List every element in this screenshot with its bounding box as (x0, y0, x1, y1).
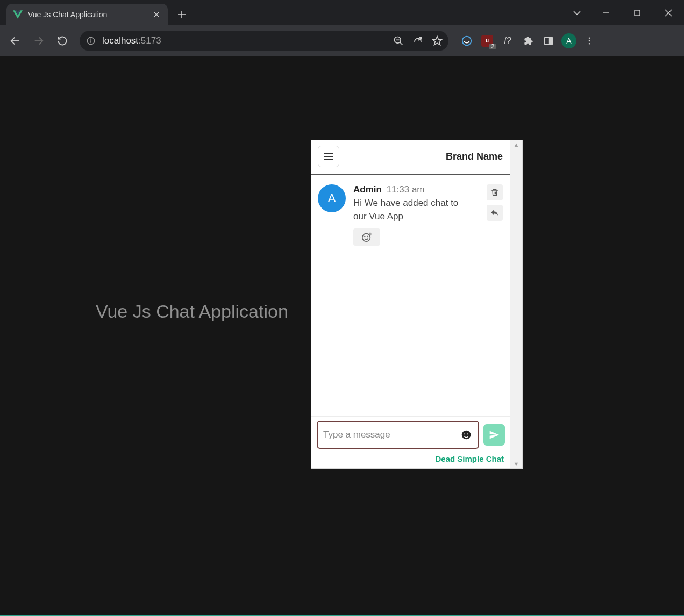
zoom-out-icon[interactable] (393, 35, 404, 47)
chat-message: A Admin 11:33 am Hi We have added chat t… (318, 184, 503, 246)
scroll-up-icon[interactable]: ▲ (514, 141, 519, 148)
chat-messages: A Admin 11:33 am Hi We have added chat t… (311, 175, 510, 416)
delete-message-button[interactable] (487, 184, 503, 200)
close-window-button[interactable] (653, 0, 684, 25)
menu-dots-icon[interactable] (582, 33, 597, 48)
ublock-icon[interactable]: u 2 (480, 33, 495, 48)
svg-point-22 (589, 37, 590, 39)
reload-button[interactable] (53, 31, 72, 51)
maximize-button[interactable] (622, 0, 653, 25)
bookmark-star-icon[interactable] (431, 35, 443, 47)
extensions-puzzle-icon[interactable] (521, 33, 536, 48)
svg-rect-5 (635, 10, 640, 16)
new-tab-button[interactable] (172, 5, 191, 24)
window-controls (564, 0, 684, 25)
chat-input-box[interactable] (317, 421, 479, 449)
send-button[interactable] (483, 424, 505, 446)
svg-point-23 (589, 40, 590, 41)
message-input[interactable] (323, 429, 455, 440)
url-port: :5173 (138, 35, 161, 46)
message-avatar: A (318, 184, 346, 212)
url-text: localhost:5173 (102, 35, 161, 46)
url-host: localhost (102, 35, 138, 46)
tab-title: Vue Js Chat Application (28, 10, 147, 19)
forward-button[interactable] (29, 31, 48, 51)
profile-avatar[interactable]: A (561, 33, 576, 48)
chat-brand-name: Brand Name (446, 151, 503, 162)
browser-toolbar: localhost:5173 u 2 f? (0, 25, 684, 56)
svg-point-35 (462, 431, 471, 440)
chat-footer: Dead Simple Chat (311, 452, 510, 468)
svg-point-30 (367, 237, 368, 237)
site-info-icon[interactable] (85, 35, 97, 47)
message-author: Admin (353, 184, 382, 195)
tab-search-button[interactable] (564, 0, 590, 25)
chat-menu-button[interactable] (318, 146, 339, 167)
message-text: Hi We have added chat to our Vue App (353, 197, 461, 223)
close-tab-icon[interactable] (153, 11, 160, 18)
minimize-button[interactable] (590, 0, 622, 25)
chat-scrollbar[interactable]: ▲ ▼ (510, 140, 522, 468)
message-time: 11:33 am (387, 184, 425, 195)
function-extension-icon[interactable]: f? (500, 33, 515, 48)
extension-circle-icon[interactable] (459, 33, 474, 48)
svg-point-28 (362, 234, 370, 242)
chat-input-row (311, 416, 510, 452)
scroll-down-icon[interactable]: ▼ (514, 461, 519, 467)
svg-point-36 (464, 433, 465, 434)
svg-point-37 (467, 433, 468, 434)
browser-tab[interactable]: Vue Js Chat Application (6, 4, 168, 25)
add-reaction-button[interactable] (353, 228, 380, 246)
chat-header: Brand Name (311, 140, 510, 174)
extensions-area: u 2 f? A (459, 33, 597, 48)
svg-point-24 (589, 42, 590, 44)
svg-point-29 (365, 237, 365, 237)
share-icon[interactable] (412, 35, 424, 47)
svg-point-18 (462, 36, 472, 45)
svg-line-14 (400, 42, 403, 45)
browser-titlebar: Vue Js Chat Application (0, 0, 684, 25)
vue-logo-icon (13, 10, 23, 19)
side-panel-icon[interactable] (541, 33, 556, 48)
chat-widget: Brand Name A Admin 11:33 am Hi We have a… (311, 140, 523, 469)
svg-rect-21 (550, 37, 553, 44)
ublock-badge: 2 (489, 44, 496, 49)
back-button[interactable] (5, 31, 25, 51)
reply-message-button[interactable] (487, 205, 503, 221)
page-viewport: Vue Js Chat Application Brand Name A Adm… (0, 56, 684, 616)
chat-footer-link[interactable]: Dead Simple Chat (435, 454, 504, 463)
emoji-picker-button[interactable] (460, 428, 473, 441)
page-title: Vue Js Chat Application (96, 301, 288, 322)
svg-point-12 (91, 39, 91, 39)
address-bar[interactable]: localhost:5173 (80, 31, 448, 51)
svg-marker-17 (433, 36, 442, 45)
